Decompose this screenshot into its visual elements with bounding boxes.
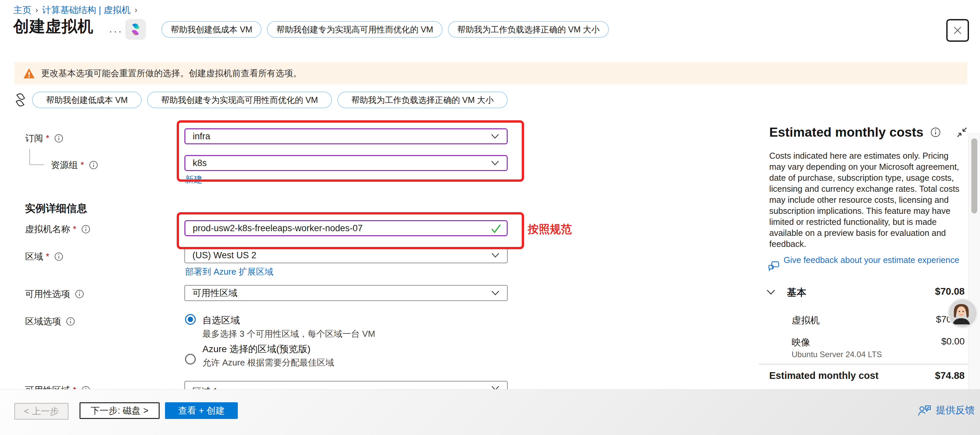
self-select-zones-desc: 最多选择 3 个可用性区域，每个区域一台 VM bbox=[202, 328, 375, 340]
estimate-feedback-link[interactable]: Give feedback about your estimate experi… bbox=[784, 255, 968, 266]
region-label-text: 区域 bbox=[25, 250, 43, 263]
deploy-edge-zone-link[interactable]: 部署到 Azure 扩展区域 bbox=[185, 266, 273, 278]
more-actions-button[interactable]: ··· bbox=[109, 25, 123, 37]
create-new-resource-group-link[interactable]: 新建 bbox=[185, 174, 202, 185]
required-marker: * bbox=[81, 160, 84, 170]
header-assist-buttons: 帮助我创建低成本 VM 帮助我创建专为实现高可用性而优化的 VM 帮助我为工作负… bbox=[161, 21, 609, 38]
self-select-zones-radio[interactable] bbox=[185, 314, 196, 325]
info-icon[interactable] bbox=[75, 289, 84, 299]
zone-options-label-text: 区域选项 bbox=[25, 315, 61, 327]
previous-step-button[interactable]: < 上一步 bbox=[14, 403, 68, 420]
close-icon bbox=[953, 25, 963, 35]
assist-low-cost-button[interactable]: 帮助我创建低成本 VM bbox=[32, 92, 142, 108]
availability-zone-dropdown[interactable]: 区域 1 bbox=[185, 381, 508, 389]
create-vm-page: 主页 › 计算基础结构 | 虚拟机 › 创建虚拟机 ··· 帮助 bbox=[0, 0, 980, 435]
cost-panel-description: Costs indicated here are estimates only.… bbox=[769, 150, 963, 250]
availability-options-label: 可用性选项 bbox=[25, 288, 84, 300]
chevron-down-icon[interactable] bbox=[766, 289, 776, 296]
field-connector-line bbox=[29, 149, 30, 165]
chevron-down-icon bbox=[491, 134, 500, 139]
chevron-down-icon bbox=[491, 386, 500, 389]
azure-select-zones-label[interactable]: Azure 选择的区域(预览版) bbox=[202, 343, 311, 355]
info-icon[interactable] bbox=[89, 160, 98, 170]
assist-high-availability-button[interactable]: 帮助我创建专为实现高可用性而优化的 VM bbox=[267, 21, 442, 38]
chevron-down-icon bbox=[491, 290, 500, 296]
cost-panel-divider bbox=[759, 364, 969, 365]
vm-name-label-text: 虚拟机名称 bbox=[25, 223, 70, 235]
give-feedback-label: 提供反馈 bbox=[936, 403, 975, 417]
azure-select-zones-radio[interactable] bbox=[185, 354, 196, 365]
info-icon[interactable] bbox=[930, 127, 941, 138]
subscription-value: infra bbox=[193, 131, 210, 142]
resource-group-dropdown[interactable]: k8s bbox=[185, 155, 508, 171]
region-dropdown[interactable]: (US) West US 2 bbox=[185, 247, 508, 263]
breadcrumb-separator: › bbox=[35, 5, 38, 15]
naming-convention-annotation: 按照规范 bbox=[528, 222, 572, 237]
clipped-form-row: 可用性区域* 区域 1 bbox=[0, 380, 568, 389]
resource-group-label-text: 资源组 bbox=[51, 159, 78, 171]
next-step-disks-button[interactable]: 下一步: 磁盘 > bbox=[80, 402, 160, 419]
cost-basic-value: $70.08 bbox=[869, 286, 965, 297]
assist-low-cost-button[interactable]: 帮助我创建低成本 VM bbox=[161, 21, 261, 38]
required-marker: * bbox=[46, 252, 49, 262]
cost-panel-title: Estimated monthly costs bbox=[769, 125, 941, 140]
cost-basic-label[interactable]: 基本 bbox=[787, 286, 806, 300]
info-icon[interactable] bbox=[66, 317, 75, 326]
cost-image-label: 映像 bbox=[792, 336, 810, 349]
assist-right-size-button[interactable]: 帮助我为工作负载选择正确的 VM 大小 bbox=[337, 92, 508, 108]
vm-name-label: 虚拟机名称* bbox=[25, 223, 91, 235]
close-button[interactable] bbox=[946, 19, 969, 42]
availability-options-value: 可用性区域 bbox=[192, 287, 237, 299]
region-value: (US) West US 2 bbox=[192, 250, 256, 261]
assist-right-size-button[interactable]: 帮助我为工作负载选择正确的 VM 大小 bbox=[448, 21, 609, 38]
give-feedback-link[interactable]: 提供反馈 bbox=[917, 403, 975, 417]
field-connector-line bbox=[29, 164, 44, 165]
copilot-outline-icon[interactable] bbox=[13, 92, 28, 109]
cost-total-value: $74.88 bbox=[869, 370, 965, 381]
valid-check-icon bbox=[490, 223, 502, 235]
warning-banner: 更改基本选项可能会重置所做的选择。创建虚拟机前查看所有选项。 bbox=[14, 62, 967, 84]
info-icon[interactable] bbox=[54, 134, 64, 143]
availability-options-label-text: 可用性选项 bbox=[25, 288, 70, 300]
required-marker: * bbox=[73, 224, 76, 234]
warning-icon bbox=[23, 68, 35, 79]
info-icon[interactable] bbox=[81, 225, 91, 234]
breadcrumb-separator: › bbox=[135, 5, 137, 15]
cost-image-value: $0.00 bbox=[869, 336, 965, 347]
warning-banner-text: 更改基本选项可能会重置所做的选择。创建虚拟机前查看所有选项。 bbox=[41, 67, 302, 79]
cost-vm-label: 虚拟机 bbox=[792, 314, 820, 327]
azure-select-zones-desc: 允许 Azure 根据需要分配最佳区域 bbox=[202, 357, 334, 368]
cost-total-label: Estimated monthly cost bbox=[769, 370, 878, 381]
copilot-icon bbox=[128, 22, 143, 37]
instance-details-section-title: 实例详细信息 bbox=[25, 201, 87, 215]
info-icon[interactable] bbox=[81, 386, 91, 389]
assistant-avatar[interactable] bbox=[948, 298, 978, 328]
required-marker: * bbox=[73, 385, 76, 390]
subscription-label-text: 订阅 bbox=[25, 132, 43, 144]
required-marker: * bbox=[46, 133, 49, 143]
page-title: 创建虚拟机 bbox=[13, 16, 94, 37]
resource-group-value: k8s bbox=[193, 158, 207, 168]
self-select-zones-label[interactable]: 自选区域 bbox=[202, 314, 240, 327]
review-create-button[interactable]: 查看 + 创建 bbox=[165, 402, 238, 419]
collapse-panel-icon[interactable] bbox=[956, 126, 968, 140]
vm-name-input[interactable] bbox=[185, 220, 508, 236]
chevron-down-icon bbox=[491, 160, 500, 166]
breadcrumb: 主页 › 计算基础结构 | 虚拟机 › bbox=[13, 4, 137, 16]
availability-zone-label-text: 可用性区域 bbox=[25, 384, 70, 389]
breadcrumb-home-link[interactable]: 主页 bbox=[13, 4, 32, 16]
assist-high-availability-button[interactable]: 帮助我创建专为实现高可用性而优化的 VM bbox=[147, 92, 332, 108]
feedback-bubbles-icon bbox=[768, 260, 780, 274]
info-icon[interactable] bbox=[54, 252, 64, 261]
scrollbar-thumb[interactable] bbox=[971, 138, 977, 214]
body-assist-buttons: 帮助我创建低成本 VM 帮助我创建专为实现高可用性而优化的 VM 帮助我为工作负… bbox=[32, 92, 508, 108]
region-label: 区域* bbox=[25, 250, 64, 263]
availability-options-dropdown[interactable]: 可用性区域 bbox=[185, 285, 508, 301]
availability-zone-label: 可用性区域* bbox=[25, 384, 91, 389]
person-feedback-icon bbox=[917, 404, 932, 417]
breadcrumb-section-link[interactable]: 计算基础结构 | 虚拟机 bbox=[42, 4, 130, 16]
subscription-label: 订阅* bbox=[25, 132, 64, 144]
resource-group-label: 资源组* bbox=[51, 159, 98, 171]
copilot-button[interactable] bbox=[125, 19, 146, 40]
subscription-dropdown[interactable]: infra bbox=[185, 128, 508, 144]
